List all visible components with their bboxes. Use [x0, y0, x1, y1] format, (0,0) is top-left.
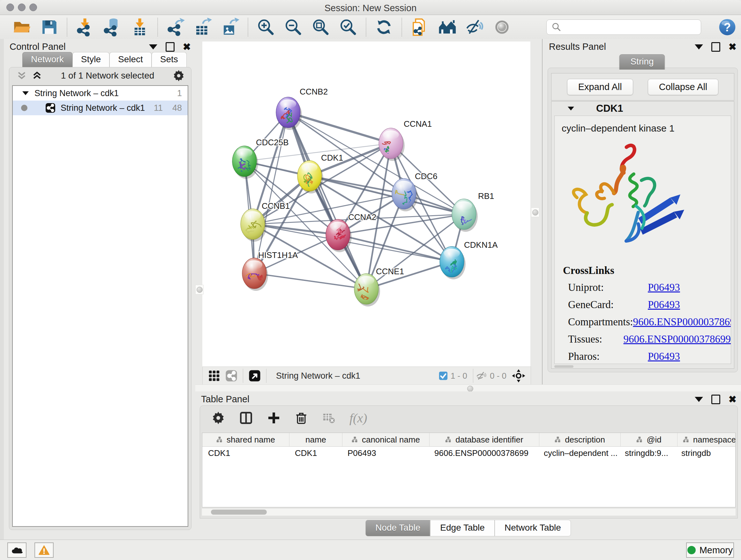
column-header-canonical-name[interactable]: canonical name [342, 433, 429, 446]
table-hscrollbar[interactable] [202, 509, 736, 516]
import-network-file-icon[interactable] [75, 17, 94, 37]
zoom-fit-icon[interactable] [311, 17, 330, 37]
float-panel-icon[interactable] [711, 395, 720, 404]
selected-checkbox-icon[interactable] [439, 371, 448, 381]
export-table-icon[interactable] [193, 17, 212, 37]
delete-table-icon[interactable] [322, 411, 335, 425]
preview-orb-icon[interactable] [492, 17, 512, 37]
close-panel-icon[interactable]: ✖ [729, 43, 737, 51]
network-node-rb1[interactable]: RB1 [452, 191, 494, 237]
export-network-icon[interactable] [166, 17, 185, 37]
open-in-window-icon[interactable] [248, 369, 261, 382]
memory-button[interactable]: Memory [686, 543, 734, 558]
collapse-all-chevron-icon[interactable] [31, 71, 43, 80]
right-splitter-handle[interactable] [531, 207, 539, 217]
collection-caret-icon[interactable] [22, 90, 29, 97]
expand-all-button[interactable]: Expand All [567, 79, 633, 95]
results-scrollbar[interactable] [554, 365, 574, 368]
open-session-icon[interactable] [12, 17, 31, 37]
float-panel-icon[interactable] [711, 42, 720, 52]
tab-edge-table[interactable]: Edge Table [430, 520, 495, 537]
zoom-in-icon[interactable] [256, 17, 275, 37]
panel-menu-icon[interactable] [695, 397, 703, 402]
table-cell[interactable]: CDK1 [202, 448, 289, 458]
network-edge[interactable] [254, 273, 366, 289]
import-table-file-icon[interactable] [130, 17, 149, 37]
column-header-@id[interactable]: @id [621, 433, 677, 446]
close-panel-icon[interactable]: ✖ [183, 43, 191, 51]
table-cell[interactable]: CDK1 [289, 448, 342, 458]
horizontal-splitter[interactable] [195, 384, 741, 392]
crosslink-link[interactable]: 9606.ENSP00000378699 [623, 333, 731, 346]
show-columns-icon[interactable] [239, 411, 253, 425]
tab-sets[interactable]: Sets [151, 52, 187, 67]
help-button[interactable]: ? [718, 17, 737, 37]
close-panel-icon[interactable]: ✖ [729, 395, 737, 403]
network-node-ccnb2[interactable]: CCNB2 [276, 87, 328, 130]
tab-network[interactable]: Network [22, 52, 72, 67]
entry-caret-icon[interactable] [567, 105, 575, 112]
table-cell[interactable]: 9606.ENSP00000378699 [428, 448, 538, 458]
panel-menu-icon[interactable] [695, 44, 703, 50]
show-all-houses-icon[interactable] [437, 17, 457, 37]
network-node-ccnb1[interactable]: CCNB1 [240, 201, 290, 242]
tab-string[interactable]: String [619, 54, 665, 70]
table-cell[interactable]: stringdb [676, 448, 736, 458]
scrollbar-thumb[interactable] [211, 509, 267, 515]
table-cell[interactable]: stringdb:9... [619, 448, 676, 458]
hide-selected-eye-icon[interactable] [465, 17, 484, 37]
expand-all-chevron-icon[interactable] [16, 71, 27, 80]
import-network-database-icon[interactable] [103, 17, 122, 37]
network-node-hist1h1a[interactable]: HIST1H1A [239, 250, 298, 291]
tab-node-table[interactable]: Node Table [365, 520, 430, 537]
network-row-selected[interactable]: String Network – cdk1 11 48 [13, 101, 188, 115]
network-node-cdc25b[interactable]: CDC25B [232, 138, 289, 179]
column-header-database-identifier[interactable]: database identifier [429, 433, 539, 446]
search-field[interactable] [546, 19, 701, 35]
collapse-all-button[interactable]: Collapse All [648, 79, 719, 95]
search-input[interactable] [564, 22, 701, 32]
zoom-out-icon[interactable] [284, 17, 303, 37]
export-image-icon[interactable] [220, 17, 240, 37]
grid-view-icon[interactable] [208, 369, 220, 382]
tab-network-table[interactable]: Network Table [495, 520, 571, 537]
cloud-status-button[interactable] [7, 543, 26, 558]
network-canvas[interactable]: CCNB2CCNA1CDC25BCDK1CDC6RB1CCNB1CCNA2CDK… [202, 42, 530, 367]
save-session-icon[interactable] [40, 17, 59, 37]
table-settings-gear-icon[interactable] [212, 411, 225, 425]
network-edge[interactable] [254, 112, 288, 273]
node-table[interactable]: shared namenamecanonical namedatabase id… [202, 433, 736, 507]
tab-select[interactable]: Select [110, 52, 151, 67]
crosslink-link[interactable]: P06493 [648, 350, 680, 363]
tab-style[interactable]: Style [72, 52, 110, 67]
panel-menu-icon[interactable] [149, 44, 157, 50]
network-badge-icon[interactable] [225, 369, 238, 382]
string-protein-query-icon[interactable] [410, 17, 429, 37]
column-header-namespace[interactable]: namespace [677, 433, 736, 446]
zoom-selected-icon[interactable] [339, 17, 358, 37]
network-node-ccna1[interactable]: CCNA1 [376, 119, 432, 165]
function-builder-icon[interactable]: f(x) [349, 411, 367, 426]
network-node-cdkn1a[interactable]: CDKN1A [440, 240, 498, 279]
float-panel-icon[interactable] [165, 42, 175, 52]
create-column-icon[interactable] [267, 411, 280, 425]
crosslink-link[interactable]: P06493 [648, 281, 680, 294]
network-collection-row[interactable]: String Network – cdk1 1 [13, 86, 188, 101]
birdseye-crosshair-icon[interactable] [512, 369, 526, 383]
panel-divider[interactable] [542, 39, 543, 384]
delete-column-trash-icon[interactable] [294, 411, 308, 425]
left-splitter-handle[interactable] [195, 285, 204, 294]
column-header-shared-name[interactable]: shared name [202, 433, 289, 446]
table-row[interactable]: CDK1CDK1P064939606.ENSP00000378699cyclin… [202, 447, 735, 459]
table-cell[interactable]: P06493 [342, 448, 428, 458]
refresh-icon[interactable] [374, 17, 394, 37]
warning-status-button[interactable] [35, 543, 54, 558]
crosslink-link[interactable]: 9606.ENSP00000378699 [633, 315, 731, 328]
network-options-gear-icon[interactable] [173, 70, 185, 82]
network-edge[interactable] [288, 112, 366, 289]
crosslink-link[interactable]: P06493 [648, 298, 680, 311]
table-cell[interactable]: cyclin–dependent ... [538, 448, 619, 458]
column-header-name[interactable]: name [289, 433, 342, 446]
network-edge[interactable] [288, 112, 391, 143]
network-edge[interactable] [338, 235, 452, 262]
